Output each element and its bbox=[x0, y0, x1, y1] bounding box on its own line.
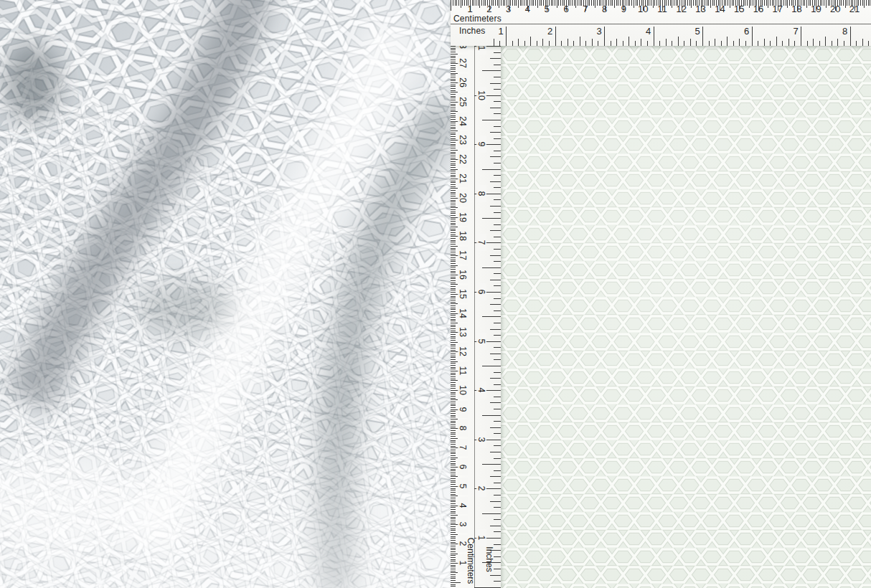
inch-tick bbox=[782, 41, 783, 46]
inch-tick bbox=[524, 41, 525, 46]
inch-tick bbox=[494, 384, 501, 385]
inch-tick bbox=[494, 261, 501, 262]
inch-tick bbox=[494, 495, 501, 495]
inch-tick bbox=[813, 39, 814, 46]
inch-tick bbox=[490, 181, 501, 182]
inch-tick bbox=[494, 569, 501, 569]
horizontal-ruler-inch-scale: 12345678 bbox=[451, 0, 871, 46]
inch-tick bbox=[794, 41, 795, 46]
inch-tick bbox=[490, 156, 501, 157]
inch-tick bbox=[659, 41, 660, 46]
inch-tick bbox=[837, 39, 838, 46]
inch-tick bbox=[490, 378, 501, 379]
inch-tick bbox=[494, 101, 501, 102]
inch-tick bbox=[490, 304, 501, 305]
inch-tick bbox=[727, 37, 728, 46]
inch-tick bbox=[512, 41, 513, 46]
inch-number: 5 bbox=[689, 27, 705, 37]
inch-tick bbox=[862, 39, 863, 46]
inch-tick bbox=[672, 41, 672, 46]
inch-tick bbox=[482, 120, 501, 120]
inch-tick bbox=[628, 37, 629, 46]
inch-tick bbox=[494, 237, 501, 237]
inch-tick bbox=[573, 41, 574, 46]
inch-number: 2 bbox=[476, 480, 486, 497]
inch-tick bbox=[490, 476, 501, 477]
inch-tick bbox=[490, 354, 501, 354]
inch-tick bbox=[494, 89, 501, 90]
inch-tick bbox=[494, 445, 501, 446]
inch-tick bbox=[494, 138, 501, 139]
inch-number: 1 bbox=[493, 27, 509, 37]
inch-tick bbox=[494, 397, 501, 397]
inch-tick bbox=[647, 41, 648, 46]
vertical-ruler: 2827262524232221201918171615141312111098… bbox=[451, 42, 501, 588]
inch-tick bbox=[635, 41, 636, 46]
inch-tick bbox=[494, 151, 501, 151]
inch-tick bbox=[494, 507, 501, 508]
inch-tick bbox=[494, 359, 501, 360]
inch-tick bbox=[490, 427, 501, 428]
inch-tick bbox=[819, 41, 820, 46]
inch-tick bbox=[568, 39, 568, 46]
inch-number: 3 bbox=[591, 27, 607, 37]
inch-tick bbox=[490, 575, 501, 576]
horizontal-ruler: 123456789101112131415161718192021 Centim… bbox=[451, 0, 871, 46]
inch-tick bbox=[494, 212, 501, 213]
inch-tick bbox=[868, 41, 869, 46]
inch-tick bbox=[844, 41, 844, 46]
inch-tick bbox=[788, 39, 789, 46]
draped-fabric-photo bbox=[0, 0, 451, 588]
flat-fabric-swatch bbox=[501, 46, 871, 588]
inch-tick bbox=[482, 218, 501, 219]
inch-tick bbox=[482, 70, 501, 71]
inch-tick bbox=[745, 41, 746, 46]
inch-tick bbox=[684, 41, 684, 46]
inch-tick bbox=[490, 83, 501, 84]
inch-tick bbox=[494, 470, 501, 471]
inch-tick bbox=[494, 544, 501, 545]
inch-tick bbox=[807, 41, 808, 46]
inch-tick bbox=[490, 452, 501, 452]
flat-mesh-artwork bbox=[501, 46, 871, 588]
inch-tick bbox=[770, 41, 771, 46]
inch-tick bbox=[764, 39, 765, 46]
inch-tick bbox=[530, 37, 531, 46]
inch-number: 7 bbox=[788, 27, 804, 37]
inch-tick bbox=[598, 41, 598, 46]
inch-tick bbox=[490, 402, 501, 403]
inch-tick bbox=[494, 65, 501, 65]
inch-tick bbox=[494, 519, 501, 520]
inch-tick bbox=[616, 39, 617, 46]
inch-number: 7 bbox=[476, 234, 486, 251]
inch-number: 8 bbox=[837, 27, 853, 37]
inch-tick bbox=[592, 39, 593, 46]
inch-number: 1 bbox=[476, 529, 486, 546]
inch-tick bbox=[721, 41, 722, 46]
inch-tick bbox=[482, 464, 501, 465]
draped-mesh-artwork bbox=[0, 0, 451, 588]
inch-tick bbox=[832, 41, 832, 46]
inch-number: 10 bbox=[476, 87, 486, 104]
inch-tick bbox=[825, 37, 826, 46]
inch-tick bbox=[494, 310, 501, 311]
inch-tick bbox=[494, 335, 501, 336]
inch-number: 6 bbox=[476, 283, 486, 300]
inch-tick bbox=[758, 41, 758, 46]
inch-tick bbox=[494, 187, 501, 188]
inch-tick bbox=[494, 224, 501, 225]
inch-tick bbox=[739, 39, 740, 46]
inch-tick bbox=[490, 280, 501, 280]
inch-tick bbox=[542, 39, 543, 46]
inch-tick bbox=[494, 323, 501, 323]
inch-tick bbox=[494, 581, 501, 582]
inch-tick bbox=[494, 433, 501, 434]
inch-tick bbox=[482, 169, 501, 170]
inch-tick bbox=[474, 587, 501, 588]
inch-tick bbox=[494, 347, 501, 348]
inch-tick bbox=[641, 39, 641, 46]
inch-tick bbox=[580, 37, 580, 46]
inch-tick bbox=[733, 41, 734, 46]
inch-tick bbox=[494, 421, 501, 422]
inch-tick bbox=[490, 108, 501, 108]
